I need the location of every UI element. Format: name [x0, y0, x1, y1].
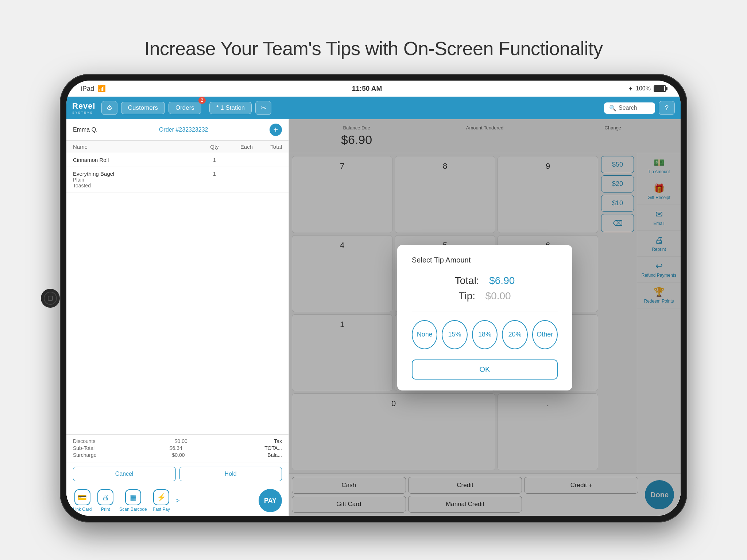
- tip-15-button[interactable]: 15%: [442, 320, 467, 349]
- page-title: Increase Your Team's Tips with On-Screen…: [144, 38, 603, 59]
- time-display: 11:50 AM: [352, 85, 382, 93]
- status-bar: iPad 📶 11:50 AM ✦ 100%: [66, 81, 681, 97]
- order-header: Emma Q. Order #232323232 +: [66, 119, 289, 141]
- discounts-value: $0.00: [175, 438, 187, 444]
- tools-button[interactable]: ✂: [255, 101, 271, 115]
- scan-barcode-button[interactable]: ▦ Scan Barcode: [119, 489, 147, 512]
- orders-badge: 2: [198, 97, 206, 104]
- order-number: Order #232323232: [159, 127, 208, 133]
- col-qty-header: Qty: [205, 144, 224, 150]
- nav-bar: Revel SYSTEMS ⚙ Customers Orders 2 * 1 S…: [66, 97, 681, 119]
- tip-18-button[interactable]: 18%: [472, 320, 498, 349]
- tip-modal-overlay: Select Tip Amount Total: $6.90 Tip: $0.0…: [289, 119, 681, 516]
- battery-percentage: 100%: [636, 85, 651, 92]
- cancel-button[interactable]: Cancel: [73, 467, 176, 481]
- order-footer: Discounts $0.00 Tax Sub-Total $6.34 TOTA…: [66, 434, 289, 463]
- main-content: Emma Q. Order #232323232 + Name Qty Each…: [66, 119, 681, 516]
- modal-title: Select Tip Amount: [412, 256, 558, 264]
- pay-button[interactable]: PAY: [259, 489, 282, 512]
- customer-name: Emma Q.: [73, 127, 98, 133]
- discounts-label: Discounts: [73, 438, 95, 444]
- tip-other-button[interactable]: Other: [532, 320, 558, 349]
- more-button[interactable]: >: [176, 497, 180, 505]
- order-actions: Cancel Hold: [66, 463, 289, 485]
- modal-totals: Total: $6.90 Tip: $0.00: [412, 273, 558, 311]
- hold-button[interactable]: Hold: [179, 467, 282, 481]
- order-items-list: Cinnamon Roll 1 Everything Bagel 1: [66, 153, 289, 434]
- col-each-header: Each: [224, 144, 253, 150]
- link-card-button[interactable]: 💳 Link Card: [73, 489, 92, 512]
- subtotal-label: Sub-Total: [73, 445, 94, 451]
- settings-button[interactable]: ⚙: [101, 101, 117, 115]
- search-icon: 🔍: [609, 105, 616, 112]
- tip-20-button[interactable]: 20%: [502, 320, 527, 349]
- revel-logo: Revel SYSTEMS: [72, 101, 96, 114]
- help-button[interactable]: ?: [659, 101, 675, 115]
- home-button[interactable]: [41, 289, 60, 308]
- surcharge-value: $0.00: [172, 452, 185, 458]
- fast-pay-button[interactable]: ⚡ Fast Pay: [153, 489, 170, 512]
- order-table-header: Name Qty Each Total: [66, 141, 289, 153]
- bottom-toolbar: 💳 Link Card 🖨 Print ▦ Scan Barcode ⚡ Fas…: [66, 485, 289, 516]
- customers-button[interactable]: Customers: [121, 102, 165, 114]
- total-label: TOTA...: [264, 445, 282, 451]
- balance-label: Bala...: [267, 452, 282, 458]
- wifi-icon: 📶: [98, 85, 106, 93]
- tip-modal: Select Tip Amount Total: $6.90 Tip: $0.0…: [397, 245, 572, 390]
- bluetooth-icon: ✦: [628, 85, 633, 92]
- order-panel: Emma Q. Order #232323232 + Name Qty Each…: [66, 119, 289, 516]
- barcode-icon: ▦: [125, 489, 141, 505]
- surcharge-label: Surcharge: [73, 452, 97, 458]
- ipad-screen: iPad 📶 11:50 AM ✦ 100% Revel SYSTEMS ⚙ C…: [66, 81, 681, 516]
- station-label: * 1 Station: [209, 102, 252, 114]
- tip-options: None 15% 18% 20% Other: [412, 320, 558, 349]
- add-item-button[interactable]: +: [270, 124, 282, 136]
- modal-tip-value: $0.00: [485, 290, 511, 302]
- col-name-header: Name: [73, 144, 205, 150]
- order-item-cinnamon[interactable]: Cinnamon Roll 1: [66, 153, 289, 167]
- fast-pay-icon: ⚡: [153, 489, 169, 505]
- print-button[interactable]: 🖨 Print: [97, 489, 113, 512]
- orders-button[interactable]: Orders: [169, 102, 201, 114]
- ipad-frame: iPad 📶 11:50 AM ✦ 100% Revel SYSTEMS ⚙ C…: [60, 74, 687, 522]
- device-label: iPad: [81, 85, 94, 93]
- logo-text: Revel: [72, 101, 96, 111]
- payment-panel: Balance Due $6.90 Amount Tendered Change: [289, 119, 681, 516]
- link-card-icon: 💳: [74, 489, 90, 505]
- order-item-bagel[interactable]: Everything Bagel 1 Plain Toasted: [66, 167, 289, 192]
- battery-icon: [654, 85, 666, 92]
- modal-total-label: Total:: [455, 275, 479, 286]
- print-icon: 🖨: [97, 489, 113, 505]
- col-total-header: Total: [253, 144, 282, 150]
- modal-total-value: $6.90: [489, 275, 515, 286]
- subtotal-value: $6.34: [170, 445, 182, 451]
- logo-sub: SYSTEMS: [72, 111, 93, 114]
- tip-none-button[interactable]: None: [412, 320, 437, 349]
- modal-tip-label: Tip:: [458, 290, 475, 302]
- modal-ok-button[interactable]: OK: [412, 359, 558, 380]
- search-button[interactable]: 🔍 Search: [604, 102, 655, 114]
- tax-label: Tax: [274, 438, 282, 444]
